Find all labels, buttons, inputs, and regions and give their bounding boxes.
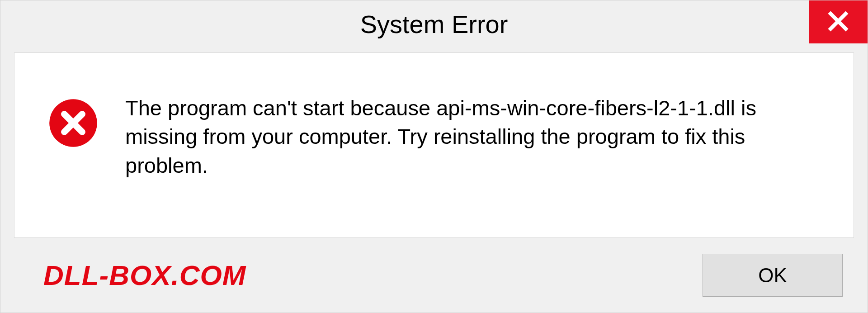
error-dialog: System Error The program can't start bec… <box>0 0 868 313</box>
dialog-footer: DLL-BOX.COM OK <box>0 238 868 313</box>
close-button[interactable] <box>809 0 868 43</box>
error-icon <box>48 98 98 148</box>
close-icon <box>827 10 849 34</box>
titlebar: System Error <box>0 0 868 48</box>
dialog-title: System Error <box>360 9 508 39</box>
ok-button[interactable]: OK <box>703 254 843 297</box>
content-area: The program can't start because api-ms-w… <box>14 52 854 238</box>
error-message: The program can't start because api-ms-w… <box>125 94 817 180</box>
watermark-text: DLL-BOX.COM <box>43 259 246 291</box>
